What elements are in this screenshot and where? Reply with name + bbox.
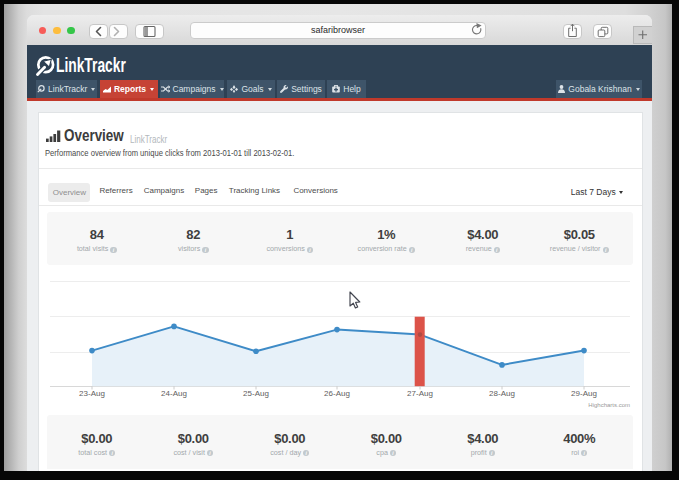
svg-text:29-Aug: 29-Aug bbox=[571, 389, 597, 398]
svg-text:25-Aug: 25-Aug bbox=[243, 389, 269, 398]
svg-text:23-Aug: 23-Aug bbox=[79, 389, 105, 398]
svg-text:26-Aug: 26-Aug bbox=[324, 389, 350, 398]
svg-text:24-Aug: 24-Aug bbox=[161, 389, 187, 398]
svg-text:28-Aug: 28-Aug bbox=[489, 389, 515, 398]
svg-text:27-Aug: 27-Aug bbox=[407, 389, 433, 398]
